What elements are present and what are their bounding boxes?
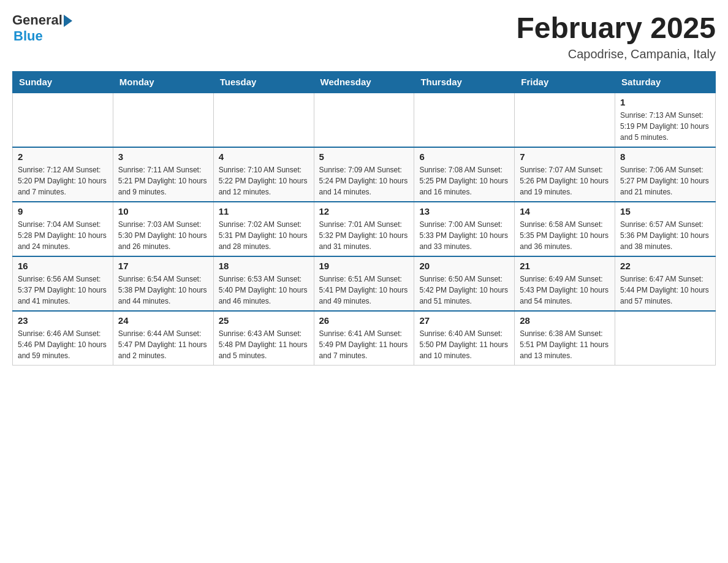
day-of-week-header: Tuesday	[213, 71, 314, 93]
day-info: Sunrise: 6:46 AM Sunset: 5:46 PM Dayligh…	[18, 328, 108, 361]
calendar-day-cell	[113, 93, 213, 147]
calendar-day-cell: 17Sunrise: 6:54 AM Sunset: 5:38 PM Dayli…	[113, 256, 213, 311]
calendar-day-cell: 3Sunrise: 7:11 AM Sunset: 5:21 PM Daylig…	[113, 147, 213, 202]
day-info: Sunrise: 6:47 AM Sunset: 5:44 PM Dayligh…	[620, 274, 710, 307]
day-info: Sunrise: 6:58 AM Sunset: 5:35 PM Dayligh…	[520, 219, 610, 252]
day-number: 9	[18, 206, 108, 216]
day-info: Sunrise: 6:44 AM Sunset: 5:47 PM Dayligh…	[118, 328, 208, 361]
logo-arrow-icon	[64, 15, 72, 27]
day-number: 20	[419, 261, 509, 271]
day-info: Sunrise: 6:56 AM Sunset: 5:37 PM Dayligh…	[18, 274, 108, 307]
calendar-week-row: 16Sunrise: 6:56 AM Sunset: 5:37 PM Dayli…	[13, 256, 716, 311]
calendar-day-cell	[414, 93, 515, 147]
day-info: Sunrise: 7:13 AM Sunset: 5:19 PM Dayligh…	[620, 110, 710, 143]
day-number: 22	[620, 261, 710, 271]
day-info: Sunrise: 7:04 AM Sunset: 5:28 PM Dayligh…	[18, 219, 108, 252]
calendar-day-cell: 21Sunrise: 6:49 AM Sunset: 5:43 PM Dayli…	[515, 256, 615, 311]
calendar-day-cell: 14Sunrise: 6:58 AM Sunset: 5:35 PM Dayli…	[515, 202, 615, 256]
day-info: Sunrise: 7:12 AM Sunset: 5:20 PM Dayligh…	[18, 164, 108, 197]
calendar-day-cell: 7Sunrise: 7:07 AM Sunset: 5:26 PM Daylig…	[515, 147, 615, 202]
calendar-day-cell: 9Sunrise: 7:04 AM Sunset: 5:28 PM Daylig…	[13, 202, 113, 256]
calendar-day-cell	[314, 93, 414, 147]
calendar-day-cell: 10Sunrise: 7:03 AM Sunset: 5:30 PM Dayli…	[113, 202, 213, 256]
calendar-day-cell: 8Sunrise: 7:06 AM Sunset: 5:27 PM Daylig…	[615, 147, 716, 202]
logo-blue-text: Blue	[13, 28, 43, 44]
calendar-day-cell	[515, 93, 615, 147]
day-number: 8	[620, 151, 710, 162]
day-of-week-header: Thursday	[414, 71, 515, 93]
day-number: 13	[419, 206, 509, 216]
logo: General Blue	[12, 12, 72, 44]
calendar-day-cell: 22Sunrise: 6:47 AM Sunset: 5:44 PM Dayli…	[615, 256, 716, 311]
calendar-day-cell: 12Sunrise: 7:01 AM Sunset: 5:32 PM Dayli…	[314, 202, 414, 256]
calendar-day-cell: 24Sunrise: 6:44 AM Sunset: 5:47 PM Dayli…	[113, 311, 213, 366]
calendar-day-cell: 2Sunrise: 7:12 AM Sunset: 5:20 PM Daylig…	[13, 147, 113, 202]
day-of-week-header: Saturday	[615, 71, 716, 93]
day-number: 7	[520, 151, 610, 162]
day-info: Sunrise: 6:38 AM Sunset: 5:51 PM Dayligh…	[520, 328, 610, 361]
day-info: Sunrise: 7:09 AM Sunset: 5:24 PM Dayligh…	[319, 164, 409, 197]
day-number: 5	[319, 151, 409, 162]
day-info: Sunrise: 6:41 AM Sunset: 5:49 PM Dayligh…	[319, 328, 409, 361]
calendar-day-cell: 27Sunrise: 6:40 AM Sunset: 5:50 PM Dayli…	[414, 311, 515, 366]
day-info: Sunrise: 6:40 AM Sunset: 5:50 PM Dayligh…	[419, 328, 509, 361]
day-of-week-header: Monday	[113, 71, 213, 93]
calendar-day-cell: 5Sunrise: 7:09 AM Sunset: 5:24 PM Daylig…	[314, 147, 414, 202]
calendar-table: SundayMondayTuesdayWednesdayThursdayFrid…	[12, 71, 716, 366]
day-info: Sunrise: 6:51 AM Sunset: 5:41 PM Dayligh…	[319, 274, 409, 307]
calendar-day-cell: 4Sunrise: 7:10 AM Sunset: 5:22 PM Daylig…	[213, 147, 314, 202]
calendar-day-cell: 25Sunrise: 6:43 AM Sunset: 5:48 PM Dayli…	[213, 311, 314, 366]
day-info: Sunrise: 7:06 AM Sunset: 5:27 PM Dayligh…	[620, 164, 710, 197]
calendar-day-cell: 1Sunrise: 7:13 AM Sunset: 5:19 PM Daylig…	[615, 93, 716, 147]
day-info: Sunrise: 6:43 AM Sunset: 5:48 PM Dayligh…	[219, 328, 309, 361]
calendar-day-cell: 23Sunrise: 6:46 AM Sunset: 5:46 PM Dayli…	[13, 311, 113, 366]
calendar-day-cell	[213, 93, 314, 147]
day-number: 6	[419, 151, 509, 162]
day-number: 3	[118, 151, 208, 162]
calendar-day-cell: 18Sunrise: 6:53 AM Sunset: 5:40 PM Dayli…	[213, 256, 314, 311]
day-of-week-header: Wednesday	[314, 71, 414, 93]
day-info: Sunrise: 6:57 AM Sunset: 5:36 PM Dayligh…	[620, 219, 710, 252]
day-number: 2	[18, 151, 108, 162]
calendar-week-row: 23Sunrise: 6:46 AM Sunset: 5:46 PM Dayli…	[13, 311, 716, 366]
calendar-week-row: 2Sunrise: 7:12 AM Sunset: 5:20 PM Daylig…	[13, 147, 716, 202]
day-info: Sunrise: 7:10 AM Sunset: 5:22 PM Dayligh…	[219, 164, 309, 197]
day-of-week-header: Friday	[515, 71, 615, 93]
day-number: 1	[620, 97, 710, 107]
calendar-day-cell: 19Sunrise: 6:51 AM Sunset: 5:41 PM Dayli…	[314, 256, 414, 311]
calendar-day-cell: 28Sunrise: 6:38 AM Sunset: 5:51 PM Dayli…	[515, 311, 615, 366]
day-number: 25	[219, 315, 309, 326]
day-number: 26	[319, 315, 409, 326]
calendar-day-cell: 6Sunrise: 7:08 AM Sunset: 5:25 PM Daylig…	[414, 147, 515, 202]
day-info: Sunrise: 6:54 AM Sunset: 5:38 PM Dayligh…	[118, 274, 208, 307]
calendar-day-cell: 20Sunrise: 6:50 AM Sunset: 5:42 PM Dayli…	[414, 256, 515, 311]
calendar-day-cell: 26Sunrise: 6:41 AM Sunset: 5:49 PM Dayli…	[314, 311, 414, 366]
day-number: 12	[319, 206, 409, 216]
day-of-week-header: Sunday	[13, 71, 113, 93]
calendar-day-cell: 11Sunrise: 7:02 AM Sunset: 5:31 PM Dayli…	[213, 202, 314, 256]
day-info: Sunrise: 7:01 AM Sunset: 5:32 PM Dayligh…	[319, 219, 409, 252]
day-number: 21	[520, 261, 610, 271]
calendar-title: February 2025	[516, 12, 716, 45]
day-number: 19	[319, 261, 409, 271]
calendar-day-cell	[13, 93, 113, 147]
calendar-day-cell	[615, 311, 716, 366]
day-number: 23	[18, 315, 108, 326]
day-number: 17	[118, 261, 208, 271]
day-info: Sunrise: 7:08 AM Sunset: 5:25 PM Dayligh…	[419, 164, 509, 197]
calendar-subtitle: Capodrise, Campania, Italy	[516, 47, 716, 61]
day-number: 10	[118, 206, 208, 216]
day-info: Sunrise: 7:00 AM Sunset: 5:33 PM Dayligh…	[419, 219, 509, 252]
calendar-day-cell: 16Sunrise: 6:56 AM Sunset: 5:37 PM Dayli…	[13, 256, 113, 311]
day-number: 15	[620, 206, 710, 216]
calendar-day-cell: 15Sunrise: 6:57 AM Sunset: 5:36 PM Dayli…	[615, 202, 716, 256]
day-info: Sunrise: 6:50 AM Sunset: 5:42 PM Dayligh…	[419, 274, 509, 307]
day-number: 16	[18, 261, 108, 271]
day-number: 18	[219, 261, 309, 271]
day-number: 11	[219, 206, 309, 216]
calendar-week-row: 9Sunrise: 7:04 AM Sunset: 5:28 PM Daylig…	[13, 202, 716, 256]
calendar-day-cell: 13Sunrise: 7:00 AM Sunset: 5:33 PM Dayli…	[414, 202, 515, 256]
day-info: Sunrise: 7:02 AM Sunset: 5:31 PM Dayligh…	[219, 219, 309, 252]
day-number: 24	[118, 315, 208, 326]
day-info: Sunrise: 7:03 AM Sunset: 5:30 PM Dayligh…	[118, 219, 208, 252]
